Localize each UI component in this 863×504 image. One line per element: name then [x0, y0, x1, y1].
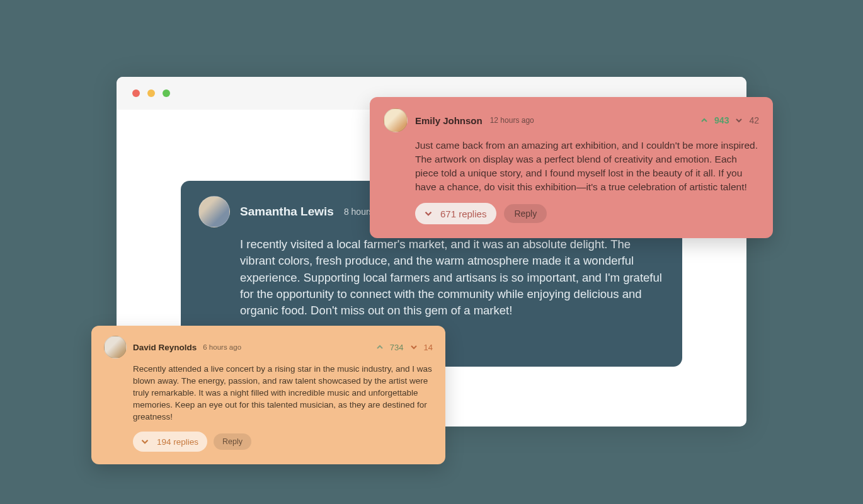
comment-body: Just came back from an amazing art exhib…: [415, 139, 759, 194]
replies-count: 194 replies: [157, 437, 198, 447]
comment-card-pink: Emily Johnson 12 hours ago 943 42 Just c…: [370, 97, 773, 238]
comment-card-orange: David Reynolds 6 hours ago 734 14 Recent…: [91, 326, 445, 464]
timestamp: 6 hours ago: [203, 343, 241, 351]
comment-header: David Reynolds 6 hours ago 734 14: [104, 336, 433, 358]
downvote-count: 42: [749, 115, 759, 125]
comment-actions: 671 replies Reply: [415, 203, 759, 224]
replies-count: 671 replies: [440, 209, 486, 219]
upvote-icon[interactable]: [375, 342, 385, 352]
replies-button[interactable]: 194 replies: [133, 432, 207, 452]
downvote-count: 14: [424, 343, 433, 352]
avatar: [384, 108, 408, 132]
vote-controls: 943 42: [699, 115, 759, 125]
timestamp: 12 hours ago: [490, 116, 534, 125]
author-name: Samantha Lewis: [240, 205, 334, 219]
chevron-down-icon: [139, 436, 151, 447]
downvote-icon[interactable]: [734, 115, 744, 125]
avatar: [198, 196, 230, 227]
comment-body: I recently visited a local farmer's mark…: [240, 236, 665, 319]
comment-body: Recently attended a live concert by a ri…: [133, 364, 433, 423]
window-minimize-icon[interactable]: [147, 89, 155, 97]
reply-button[interactable]: Reply: [504, 204, 547, 223]
window-maximize-icon[interactable]: [163, 89, 170, 97]
comment-actions: 194 replies Reply: [133, 432, 433, 452]
replies-button[interactable]: 671 replies: [415, 203, 496, 224]
avatar: [104, 336, 127, 358]
upvote-count: 943: [714, 115, 729, 125]
window-close-icon[interactable]: [132, 89, 140, 97]
reply-label: Reply: [514, 209, 537, 219]
upvote-count: 734: [390, 343, 404, 352]
comment-header: Emily Johnson 12 hours ago 943 42: [384, 108, 759, 132]
upvote-icon[interactable]: [699, 115, 709, 125]
author-name: David Reynolds: [133, 343, 197, 352]
chevron-down-icon: [423, 208, 434, 219]
reply-label: Reply: [222, 437, 243, 446]
vote-controls: 734 14: [375, 342, 433, 352]
reply-button[interactable]: Reply: [214, 433, 251, 450]
downvote-icon[interactable]: [409, 342, 419, 352]
author-name: Emily Johnson: [415, 115, 483, 126]
